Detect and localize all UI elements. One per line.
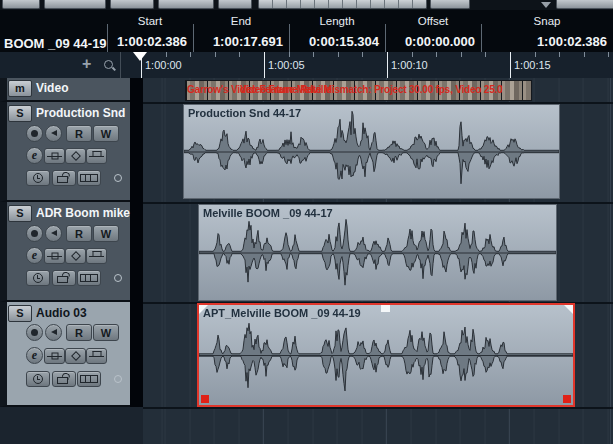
inserts-state-button[interactable] — [44, 348, 65, 364]
field-value[interactable]: 1:00:02.386 — [107, 34, 187, 49]
edit-channel-button[interactable]: e — [26, 247, 43, 264]
field-label: Snap — [481, 15, 613, 27]
volume-handle[interactable] — [381, 305, 390, 312]
solo-button[interactable]: S — [8, 305, 32, 322]
toolbar-button[interactable] — [218, 0, 252, 9]
toolbar-button[interactable] — [556, 0, 613, 9]
toolbar-button[interactable] — [2, 0, 40, 9]
output-activity-indicator — [114, 174, 122, 182]
track-header-audio-03[interactable]: S Audio 03 R W e — [0, 302, 130, 407]
ruler-minor-tick — [338, 52, 339, 57]
lock-button[interactable] — [52, 270, 76, 286]
write-automation-button[interactable]: W — [93, 324, 119, 341]
search-icon[interactable] — [103, 59, 116, 72]
ruler-minor-tick — [608, 52, 609, 57]
toolbar-button[interactable] — [158, 0, 214, 9]
write-automation-button[interactable]: W — [93, 125, 119, 142]
waveform — [199, 305, 573, 405]
lock-button[interactable] — [52, 170, 76, 186]
read-automation-button[interactable]: R — [66, 125, 92, 142]
sends-state-button[interactable] — [86, 248, 107, 264]
toolbar-button[interactable] — [44, 0, 106, 9]
toolbar-segmented-control[interactable] — [258, 0, 427, 9]
toolbar — [0, 0, 613, 10]
fade-out-handle[interactable] — [564, 305, 573, 314]
ruler-minor-tick — [584, 52, 585, 57]
show-lanes-button[interactable] — [77, 270, 101, 286]
time-domain-button[interactable] — [26, 371, 50, 387]
toolbar-button[interactable] — [430, 0, 470, 9]
monitor-button[interactable] — [45, 125, 62, 142]
eq-state-button[interactable] — [65, 248, 86, 264]
daw-project-window: BOOM _09 44-19 Start 1:00:02.386 End 1:0… — [0, 0, 613, 444]
toolbar-button[interactable] — [110, 0, 154, 9]
ruler-tick-label: 1:00:15 — [514, 59, 551, 71]
toolbar-dropdown-arrow-icon[interactable] — [541, 2, 551, 8]
playhead-marker[interactable] — [133, 52, 147, 61]
show-lanes-button[interactable] — [77, 170, 101, 186]
resize-handle-right[interactable] — [563, 395, 571, 403]
video-framerate-warning-text: Video Frame Rate Mismatch: Project 30.00… — [240, 84, 502, 95]
edit-channel-button[interactable]: e — [26, 347, 43, 364]
output-activity-indicator — [114, 375, 122, 383]
mute-button[interactable]: m — [8, 80, 32, 97]
field-label: End — [193, 15, 289, 27]
inserts-state-button[interactable] — [44, 148, 65, 164]
record-enable-button[interactable] — [26, 125, 43, 142]
field-value[interactable]: 0:00:00.000 — [385, 34, 475, 49]
row-divider — [143, 407, 613, 409]
write-automation-button[interactable]: W — [93, 225, 119, 242]
ruler-minor-tick — [239, 52, 240, 57]
ruler-minor-tick — [190, 52, 191, 57]
monitor-button[interactable] — [45, 225, 62, 242]
field-value[interactable]: 1:00:02.386 — [481, 34, 607, 49]
track-list: m Video S Production Snd R W e S ADR Boo… — [0, 78, 130, 407]
sends-state-button[interactable] — [86, 348, 107, 364]
time-ruler[interactable]: 1:00:001:00:051:00:101:00:15 — [120, 52, 613, 79]
audio-event-apt-melville-boom-selected[interactable]: APT_Melville BOOM _09 44-19 — [197, 303, 575, 407]
infoline-field-snap[interactable]: Snap 1:00:02.386 — [481, 10, 613, 52]
eq-state-button[interactable] — [65, 348, 86, 364]
track-header-production-snd[interactable]: S Production Snd R W e — [0, 102, 130, 202]
read-automation-button[interactable]: R — [66, 324, 92, 341]
track-list-divider[interactable] — [130, 78, 143, 407]
event-infoline: BOOM _09 44-19 Start 1:00:02.386 End 1:0… — [0, 10, 613, 52]
output-activity-indicator — [114, 274, 122, 282]
edit-channel-button[interactable]: e — [26, 147, 43, 164]
track-header-adr-boom-mike[interactable]: S ADR Boom mike R W e — [0, 202, 130, 302]
solo-button[interactable]: S — [8, 105, 32, 122]
track-name: Audio 03 — [36, 306, 87, 320]
lock-button[interactable] — [52, 371, 76, 387]
ruler-major-tick — [264, 52, 265, 78]
ruler-tick-label: 1:00:00 — [145, 59, 182, 71]
inserts-state-button[interactable] — [44, 248, 65, 264]
field-label: Start — [107, 15, 193, 27]
ruler-minor-tick — [436, 52, 437, 57]
fade-in-handle[interactable] — [199, 305, 208, 314]
time-domain-button[interactable] — [26, 270, 50, 286]
infoline-field-end[interactable]: End 1:00:17.691 — [193, 10, 289, 52]
add-track-button[interactable]: + — [82, 55, 91, 73]
sends-state-button[interactable] — [86, 148, 107, 164]
solo-button[interactable]: S — [8, 205, 32, 222]
infoline-field-length[interactable]: Length 0:00:15.304 — [289, 10, 385, 52]
track-header-video[interactable]: m Video — [0, 78, 130, 102]
time-domain-button[interactable] — [26, 170, 50, 186]
infoline-field-start[interactable]: Start 1:00:02.386 — [107, 10, 193, 52]
resize-handle-left[interactable] — [201, 395, 209, 403]
track-name: Production Snd — [36, 106, 125, 120]
monitor-button[interactable] — [45, 324, 62, 341]
ruler-minor-tick — [412, 52, 413, 57]
audio-event-production-snd[interactable]: Production Snd 44-17 — [183, 104, 560, 199]
ruler-minor-tick — [289, 52, 290, 57]
field-value[interactable]: 0:00:15.304 — [289, 34, 379, 49]
audio-event-melville-boom[interactable]: Melville BOOM _09 44-17 — [198, 204, 557, 301]
record-enable-button[interactable] — [26, 225, 43, 242]
record-enable-button[interactable] — [26, 324, 43, 341]
read-automation-button[interactable]: R — [66, 225, 92, 242]
field-value[interactable]: 1:00:17.691 — [193, 34, 283, 49]
show-lanes-button[interactable] — [77, 371, 101, 387]
eq-state-button[interactable] — [65, 148, 86, 164]
infoline-field-offset[interactable]: Offset 0:00:00.000 — [385, 10, 481, 52]
field-label: Offset — [385, 15, 481, 27]
